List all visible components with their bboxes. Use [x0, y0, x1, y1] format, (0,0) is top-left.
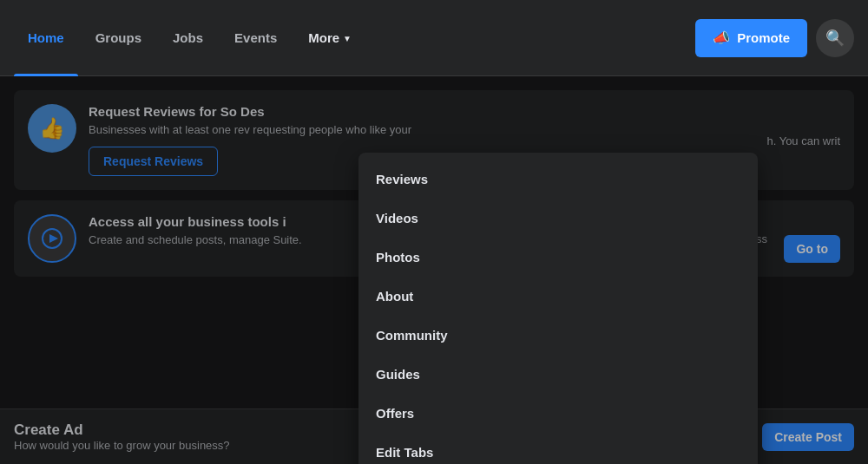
search-button[interactable]: 🔍	[816, 19, 854, 57]
dropdown-item-about[interactable]: About	[358, 277, 758, 316]
promote-button[interactable]: 📣 Promote	[695, 19, 807, 57]
nav-actions: 📣 Promote 🔍	[695, 19, 854, 57]
nav-bar: Home Groups Jobs Events More ▼ 📣 Promote…	[0, 0, 868, 76]
nav-tab-jobs[interactable]: Jobs	[159, 0, 217, 76]
dropdown-item-offers[interactable]: Offers	[358, 394, 758, 433]
nav-tab-groups-label: Groups	[95, 30, 141, 45]
dropdown-item-reviews[interactable]: Reviews	[358, 160, 758, 199]
nav-tab-groups[interactable]: Groups	[82, 0, 155, 76]
nav-tab-events[interactable]: Events	[220, 0, 291, 76]
dropdown-item-guides[interactable]: Guides	[358, 355, 758, 394]
dropdown-item-videos[interactable]: Videos	[358, 199, 758, 238]
nav-tab-jobs-label: Jobs	[173, 30, 203, 45]
nav-tab-home-label: Home	[28, 30, 64, 45]
nav-tab-more[interactable]: More ▼	[294, 0, 365, 76]
main-content: 👍 Request Reviews for So Des Businesses …	[0, 76, 868, 464]
chevron-down-icon: ▼	[343, 34, 352, 43]
dropdown-item-edit-tabs[interactable]: Edit Tabs	[358, 433, 758, 464]
more-dropdown-menu: Reviews Videos Photos About Community Gu…	[358, 153, 758, 464]
dropdown-item-community[interactable]: Community	[358, 316, 758, 355]
promote-label: Promote	[737, 30, 790, 45]
nav-tab-more-label: More	[308, 30, 339, 45]
nav-tab-home[interactable]: Home	[14, 0, 78, 76]
megaphone-icon: 📣	[713, 29, 730, 46]
dropdown-item-photos[interactable]: Photos	[358, 238, 758, 277]
search-icon: 🔍	[825, 29, 845, 48]
nav-tabs: Home Groups Jobs Events More ▼	[14, 0, 695, 76]
nav-tab-events-label: Events	[234, 30, 277, 45]
